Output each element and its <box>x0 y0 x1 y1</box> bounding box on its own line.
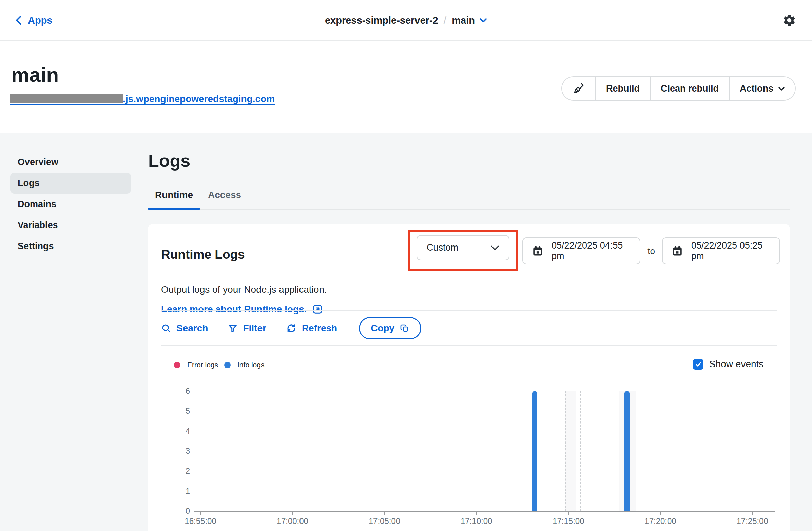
page-title: Logs <box>148 150 190 171</box>
y-axis-label: 2 <box>166 466 190 476</box>
time-range-value: Custom <box>427 242 458 253</box>
x-axis-label: 17:20:00 <box>633 516 687 526</box>
y-axis-label: 0 <box>166 506 190 516</box>
breadcrumb-separator: / <box>444 14 447 27</box>
breadcrumb-app-name: express-simple-server-2 <box>325 15 438 26</box>
broom-icon <box>572 82 585 95</box>
time-range-select[interactable]: Custom <box>417 235 509 261</box>
x-axis-tick <box>752 512 753 515</box>
environment-url-link[interactable]: .js.wpenginepoweredstaging.com <box>10 94 275 105</box>
environment-actions-group: Rebuild Clean rebuild Actions <box>561 76 796 101</box>
clean-rebuild-label: Clean rebuild <box>661 84 719 94</box>
x-axis-tick <box>660 512 661 515</box>
chevron-down-icon <box>778 87 785 91</box>
event-marker-line <box>636 391 636 511</box>
event-marker-line <box>565 391 566 511</box>
page: Apps express-simple-server-2 / main main… <box>0 0 812 531</box>
tab-access[interactable]: Access <box>201 181 249 209</box>
y-axis-label: 3 <box>166 446 190 456</box>
app-header: Apps express-simple-server-2 / main <box>0 0 812 41</box>
x-axis-label: 17:25:00 <box>725 516 780 526</box>
chevron-down-icon <box>491 245 499 251</box>
gridline <box>194 471 775 471</box>
chevron-down-icon <box>480 18 487 23</box>
sidebar-item-variables[interactable]: Variables <box>10 215 131 236</box>
chart-bar <box>532 391 537 511</box>
y-axis-label: 1 <box>166 486 190 496</box>
rebuild-button[interactable]: Rebuild <box>595 77 650 100</box>
broom-button[interactable] <box>562 77 595 100</box>
x-axis-label: 17:05:00 <box>357 516 411 526</box>
sidebar-item-settings[interactable]: Settings <box>10 236 131 257</box>
x-axis-label: 17:00:00 <box>265 516 319 526</box>
content-area: Overview Logs Domains Variables Settings… <box>0 133 812 531</box>
environment-hero: main .js.wpenginepoweredstaging.com Rebu… <box>0 41 812 133</box>
x-axis-line <box>194 511 775 512</box>
x-axis-tick <box>384 512 385 515</box>
event-marker-line <box>619 391 619 511</box>
environment-title: main <box>11 63 59 87</box>
gridline <box>194 491 775 491</box>
event-marker-line <box>580 391 581 511</box>
clean-rebuild-button[interactable]: Clean rebuild <box>650 77 729 100</box>
x-axis-label: 17:10:00 <box>449 516 504 526</box>
actions-label: Actions <box>740 84 773 94</box>
gridline <box>194 451 775 451</box>
redacted-url-segment <box>10 94 123 103</box>
sidebar-item-logs[interactable]: Logs <box>10 173 131 194</box>
runtime-logs-chart: 012345616:55:0017:00:0017:05:0017:10:001… <box>147 224 790 531</box>
actions-dropdown-button[interactable]: Actions <box>729 77 795 100</box>
gridline <box>194 411 775 411</box>
y-axis-label: 5 <box>166 406 190 416</box>
tab-runtime[interactable]: Runtime <box>147 181 201 209</box>
logs-main: Logs Runtime Access Runtime Logs Output … <box>147 133 801 531</box>
y-axis-label: 4 <box>166 426 190 436</box>
sidebar-item-overview[interactable]: Overview <box>10 151 131 173</box>
runtime-logs-card: Runtime Logs Output logs of your Node.js… <box>147 224 790 531</box>
gridline <box>194 391 775 391</box>
logs-tabs: Runtime Access <box>147 181 790 209</box>
gridline <box>194 431 775 431</box>
sidebar-item-domains[interactable]: Domains <box>10 194 131 215</box>
breadcrumb-branch: main <box>452 15 475 26</box>
x-axis-tick <box>292 512 293 515</box>
settings-gear-icon[interactable] <box>782 13 796 28</box>
rebuild-label: Rebuild <box>606 84 640 94</box>
x-axis-label: 17:15:00 <box>541 516 596 526</box>
event-marker-line <box>576 391 576 511</box>
environment-sidebar: Overview Logs Domains Variables Settings <box>10 151 131 257</box>
x-axis-tick <box>568 512 569 515</box>
x-axis-tick <box>476 512 477 515</box>
environment-url-text: .js.wpenginepoweredstaging.com <box>123 94 275 103</box>
x-axis-label: 16:55:00 <box>173 516 228 526</box>
y-axis-label: 6 <box>166 386 190 396</box>
breadcrumb: express-simple-server-2 / main <box>0 0 812 41</box>
branch-selector[interactable]: main <box>452 15 487 26</box>
chart-bar <box>624 391 629 511</box>
x-axis-tick <box>200 512 201 515</box>
